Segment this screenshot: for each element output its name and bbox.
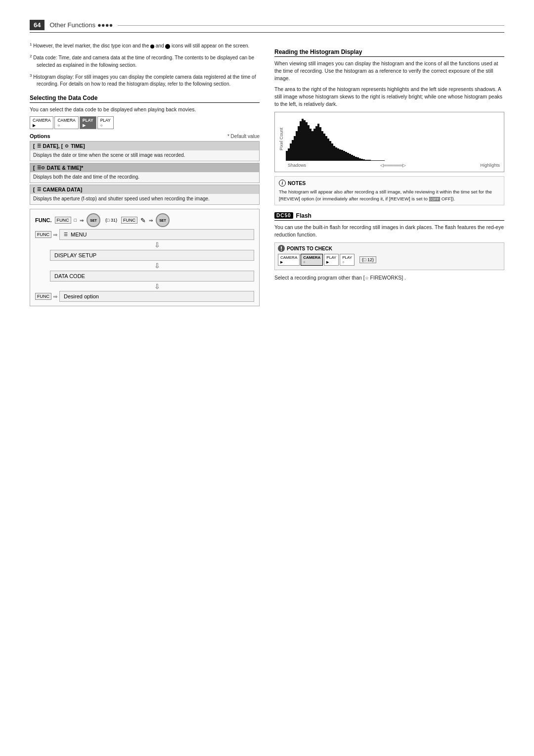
svg-rect-1 (288, 148, 290, 161)
footnote-1: 1 However, the level marker, the disc ty… (30, 42, 260, 49)
histogram-svg (286, 116, 385, 161)
flash-badge: DC50 (274, 212, 293, 219)
svg-rect-7 (300, 121, 302, 161)
page-number: 64 (30, 20, 44, 30)
footnotes: 1 However, the level marker, the disc ty… (30, 42, 260, 88)
svg-rect-25 (335, 147, 337, 161)
notes-title: NOTES (288, 180, 306, 186)
footnote-3: 3 Histogram display: For still images yo… (30, 73, 260, 88)
svg-rect-6 (298, 126, 300, 161)
func-arrow-right2: ⇒ (149, 218, 153, 223)
svg-rect-4 (294, 136, 296, 161)
main-columns: 1 However, the level marker, the disc ty… (30, 42, 504, 306)
page: 64 Other Functions ●●●● 1 However, the l… (0, 0, 534, 756)
options-label: Options (30, 133, 50, 139)
svg-rect-37 (359, 158, 361, 161)
flash-select-text: Select a recording program other than [☆… (274, 274, 504, 282)
down-arrow-1: ⇩ (60, 241, 254, 249)
svg-rect-18 (321, 131, 323, 161)
mode-camera-photo: CAMERA○ (54, 116, 78, 129)
func-arrow-right: ⇒ (80, 218, 84, 223)
selecting-data-code-section: Selecting the Data Code You can select t… (30, 94, 260, 306)
func-box-icon: □ (74, 218, 77, 223)
right-column: Reading the Histogram Display When viewi… (274, 42, 504, 306)
selecting-heading: Selecting the Data Code (30, 94, 260, 103)
svg-rect-8 (302, 119, 304, 161)
func-ref: (□ 31) (105, 218, 117, 223)
ptc-ref: (□ 12) (359, 256, 376, 263)
func-small-icon: FUNC (55, 217, 71, 224)
down-arrow-3: ⇩ (60, 283, 254, 290)
ptc-label: POINTS TO CHECK (287, 246, 332, 251)
page-header: 64 Other Functions ●●●● (30, 20, 504, 33)
menu-label: MENU (71, 232, 87, 237)
func-pen: ✎ (140, 217, 146, 224)
option-date-and-time-desc: Displays both the date and time of the r… (30, 172, 259, 183)
selecting-text: You can select the data code to be displ… (30, 106, 260, 113)
arrow-step1: ⇨ (53, 232, 57, 237)
highlights-label: Highlights (480, 163, 500, 168)
menu-step-row: FUNC ⇨ ☰ MENU (35, 229, 254, 240)
svg-rect-19 (323, 134, 325, 161)
histogram-axis-labels: Shadows ◁══════▷ Highlights (288, 163, 500, 168)
svg-rect-34 (353, 156, 355, 161)
desired-option-row: FUNC ⇨ Desired option (35, 291, 254, 302)
svg-rect-33 (351, 155, 353, 161)
svg-rect-17 (319, 127, 321, 161)
ptc-mode-camera-photo: CAMERA○ (301, 254, 323, 266)
notes-icon: i (279, 180, 286, 187)
svg-rect-31 (347, 153, 349, 161)
mode-bar: CAMERA▶ CAMERA○ PLAY▶ PLAY○ (30, 116, 260, 129)
svg-rect-5 (296, 131, 298, 161)
mode-camera-video: CAMERA▶ (30, 116, 53, 129)
ptc-mode-camera-video: CAMERA▶ (278, 254, 300, 266)
display-setup-step: DISPLAY SETUP (50, 250, 254, 261)
option-date-and-time-title: [ ☰⊙ DATE & TIME]* (30, 163, 259, 172)
svg-rect-28 (341, 150, 343, 161)
svg-rect-27 (339, 149, 341, 161)
menu-step1: ☰ MENU (59, 229, 254, 240)
svg-rect-13 (312, 131, 313, 161)
svg-rect-26 (337, 148, 339, 161)
option-date-and-time: [ ☰⊙ DATE & TIME]* Displays both the dat… (30, 163, 260, 183)
ptc-icon (278, 245, 285, 252)
option-camera-data-title: [ ☰ CAMERA DATA] (30, 185, 259, 194)
svg-rect-30 (345, 152, 347, 161)
histogram-arrow: ◁══════▷ (380, 163, 406, 168)
shadows-label: Shadows (288, 163, 306, 168)
svg-rect-12 (310, 129, 312, 161)
svg-rect-24 (333, 146, 335, 161)
histogram-y-label: Pixel Count (279, 128, 284, 150)
down-arrow-2: ⇩ (60, 262, 254, 270)
svg-rect-35 (355, 157, 357, 161)
func-box-final: FUNC (35, 293, 51, 300)
svg-rect-21 (327, 139, 329, 161)
option-camera-data: [ ☰ CAMERA DATA] Displays the aperture (… (30, 185, 260, 205)
notes-box: i NOTES The histogram will appear also a… (274, 176, 504, 205)
svg-rect-38 (361, 159, 363, 161)
func-row-main: FUNC. FUNC □ ⇒ SET (□ 31) FUNC ✎ ⇒ S (35, 213, 254, 227)
svg-rect-22 (329, 141, 331, 161)
header-title: Other Functions (49, 21, 95, 29)
option-date-time-title: [ ☰ DATE], [ ⊙ TIME] (30, 142, 259, 150)
svg-rect-32 (349, 154, 351, 161)
option-date-time-desc: Displays the date or time when the scene… (30, 150, 259, 161)
flash-section: DC50 Flash You can use the built-in flas… (274, 212, 504, 282)
flash-text: You can use the built-in flash for recor… (274, 224, 504, 238)
histogram-chart-wrapper: Pixel Count (279, 116, 500, 162)
ptc-mode-play-video: PLAY▶ (324, 254, 339, 266)
footnote-2: 2 Data code: Time, date and camera data … (30, 53, 260, 68)
svg-rect-16 (317, 124, 319, 161)
data-code-step: DATA CODE (50, 271, 254, 282)
svg-rect-2 (290, 143, 292, 161)
svg-rect-9 (304, 120, 306, 161)
options-header: Options * Default value (30, 133, 260, 139)
arrow-final: ⇨ (53, 294, 57, 299)
svg-rect-29 (343, 151, 345, 161)
svg-rect-15 (315, 126, 317, 161)
func-small-icon2: FUNC (121, 217, 137, 224)
svg-rect-23 (331, 143, 333, 161)
ptc-mode-play-photo: PLAY○ (340, 254, 355, 266)
mode-play-video: PLAY▶ (80, 116, 96, 129)
func-label: FUNC. (35, 217, 52, 223)
